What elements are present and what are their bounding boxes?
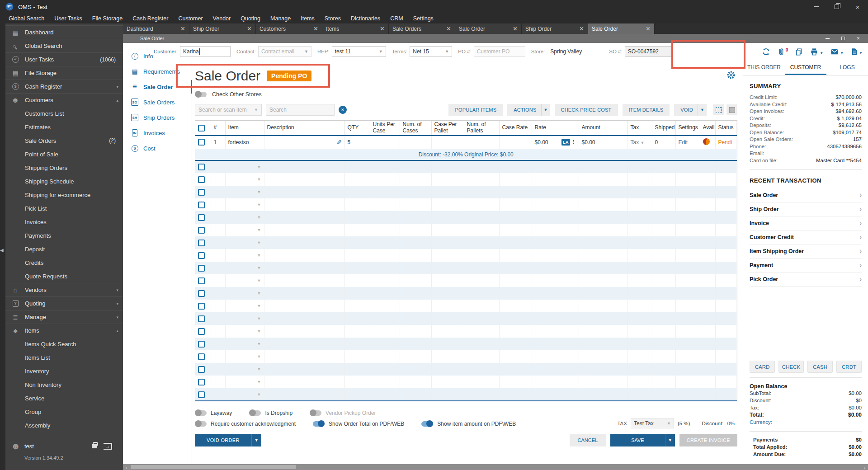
row-checkbox[interactable] <box>198 202 205 208</box>
menu-item[interactable]: Dictionaries <box>346 15 385 22</box>
cell-description[interactable]: ✎ <box>264 136 344 149</box>
empty-item-cell[interactable]: ▼ <box>225 198 264 211</box>
row-checkbox[interactable] <box>198 341 205 348</box>
cell-tax[interactable]: Tax ▼ <box>627 136 652 149</box>
actions-dropdown-arrow[interactable]: ▼ <box>541 104 550 116</box>
payment-method-button[interactable]: CARD <box>750 361 775 373</box>
panel-tab[interactable]: LOGS <box>826 60 868 75</box>
toggle-switch[interactable] <box>249 410 261 416</box>
save-button[interactable]: SAVE <box>610 434 665 446</box>
order-nav-item[interactable]: Cost <box>123 141 192 156</box>
row-checkbox[interactable] <box>198 164 205 170</box>
tab-close-icon[interactable]: ✕ <box>576 25 584 32</box>
toggle-switch[interactable] <box>195 421 207 427</box>
item-scan-select[interactable]: Search or scan item▼ <box>195 104 262 116</box>
cancel-button[interactable]: CANCEL <box>570 434 606 446</box>
print-icon[interactable]: ▼ <box>810 47 823 56</box>
option-toggle[interactable]: Show Order Total on PDF/WEB <box>313 421 404 427</box>
payment-method-button[interactable]: CASH <box>807 361 833 373</box>
save-dropdown-arrow[interactable]: ▼ <box>665 434 675 446</box>
gear-icon[interactable] <box>726 70 736 81</box>
toggle-switch[interactable] <box>310 410 321 416</box>
tab-close-icon[interactable]: ✕ <box>443 25 451 32</box>
empty-item-cell[interactable]: ▼ <box>225 388 264 401</box>
clear-search-button[interactable]: ✕ <box>339 106 347 114</box>
inner-close-button[interactable]: × <box>857 35 860 42</box>
row-checkbox[interactable] <box>198 176 205 183</box>
document-icon[interactable]: ▼ <box>850 47 863 56</box>
cell-item[interactable]: fortestso <box>225 136 264 149</box>
sidebar-item[interactable]: Items Quick Search <box>5 337 123 351</box>
sidebar-item[interactable]: Global Search <box>5 39 123 52</box>
tax-select[interactable]: Test Tax▼ <box>631 418 674 428</box>
window-minimize-button[interactable] <box>806 0 826 14</box>
recent-transaction-item[interactable]: Invoice › <box>750 216 862 230</box>
chevron-down-icon[interactable]: ▼ <box>820 51 823 55</box>
store-select[interactable]: Spring Valley <box>547 46 597 57</box>
sidebar-item[interactable]: Customers List <box>5 107 123 120</box>
grid-settings-icon[interactable] <box>726 104 737 115</box>
sidebar-item[interactable]: Inventory <box>5 364 123 378</box>
actions-button[interactable]: ACTIONS <box>507 104 541 116</box>
row-checkbox[interactable] <box>198 328 205 335</box>
sidebar-item[interactable]: Credits <box>5 256 123 269</box>
recent-transaction-item[interactable]: Pick Order › <box>750 273 862 287</box>
panel-tab[interactable]: THIS ORDER <box>743 60 785 75</box>
document-tab[interactable]: Ship Order ✕ <box>522 24 588 34</box>
scroll-left-icon[interactable]: ‹ <box>123 464 130 470</box>
recent-transaction-item[interactable]: Customer Credit › <box>750 230 862 244</box>
empty-item-cell[interactable]: ▼ <box>225 186 264 198</box>
copy-icon[interactable] <box>795 47 803 56</box>
tab-close-icon[interactable]: ✕ <box>377 25 385 32</box>
sync-icon[interactable] <box>762 47 770 56</box>
sidebar-item[interactable]: Shipping Orders <box>5 161 123 174</box>
toggle-switch[interactable] <box>195 410 207 416</box>
option-toggle[interactable]: Vendor Pickup Order <box>310 410 376 416</box>
horizontal-scrollbar[interactable]: ‹ › <box>123 464 868 470</box>
empty-item-cell[interactable]: ▼ <box>225 287 264 300</box>
kebab-menu-icon[interactable]: ⋮ <box>571 139 576 145</box>
toggle-switch[interactable] <box>313 421 325 427</box>
menu-item[interactable]: User Tasks <box>49 15 87 22</box>
chevron-down-icon[interactable]: ▼ <box>840 51 844 55</box>
order-nav-item[interactable]: Sale Order <box>123 79 192 94</box>
scroll-right-icon[interactable]: › <box>861 464 868 470</box>
menu-item[interactable]: Global Search <box>4 15 49 22</box>
menu-item[interactable]: Settings <box>408 15 439 22</box>
attachment-icon[interactable]: 0 <box>777 47 788 56</box>
sidebar-item[interactable]: Assembly <box>5 418 123 432</box>
tab-close-icon[interactable]: ✕ <box>311 25 318 32</box>
empty-item-cell[interactable]: ▼ <box>225 262 264 274</box>
sidebar-item[interactable]: Sale Orders (2) <box>5 134 123 147</box>
popular-items-button[interactable]: POPULAR ITEMS <box>448 104 503 116</box>
currency-link[interactable]: Currency: <box>750 418 862 426</box>
empty-item-cell[interactable]: ▼ <box>225 274 264 287</box>
document-tab[interactable]: Ship Order ✕ <box>189 24 256 34</box>
option-toggle[interactable]: Is Dropship <box>249 410 292 416</box>
cell-qty[interactable]: 5 <box>344 136 370 149</box>
inner-minimize-button[interactable] <box>826 38 830 39</box>
row-checkbox[interactable] <box>198 139 205 146</box>
order-nav-item[interactable]: Ship Orders <box>123 110 192 125</box>
sidebar-item[interactable]: Items List <box>5 351 123 364</box>
void-order-dropdown-arrow[interactable]: ▼ <box>251 434 261 446</box>
menu-item[interactable]: Customer <box>173 15 208 22</box>
row-checkbox[interactable] <box>198 315 205 322</box>
option-toggle[interactable]: Layaway <box>195 410 232 416</box>
row-checkbox[interactable] <box>198 214 205 221</box>
row-checkbox[interactable] <box>198 366 205 373</box>
sidebar-item[interactable]: Deposit <box>5 242 123 256</box>
sidebar-item[interactable]: User Tasks (1066) <box>5 52 123 66</box>
sidebar-item[interactable]: Dashboard <box>5 25 123 39</box>
tab-close-icon[interactable]: ✕ <box>643 25 651 32</box>
row-checkbox[interactable] <box>198 240 205 246</box>
menu-item[interactable]: Manage <box>265 15 296 22</box>
rep-select[interactable]: test 11▼ <box>332 46 386 57</box>
document-tab[interactable]: Customers ✕ <box>256 24 322 34</box>
contact-select[interactable]: Contact email▼ <box>258 46 311 57</box>
document-tab[interactable]: Sale Order ✕ <box>455 24 522 34</box>
sidebar-item[interactable]: Point of Sale <box>5 147 123 161</box>
check-price-cost-button[interactable]: CHECK PRICE COST <box>555 104 618 116</box>
edit-pencil-icon[interactable]: ✎ <box>336 139 342 146</box>
row-checkbox[interactable] <box>198 290 205 297</box>
